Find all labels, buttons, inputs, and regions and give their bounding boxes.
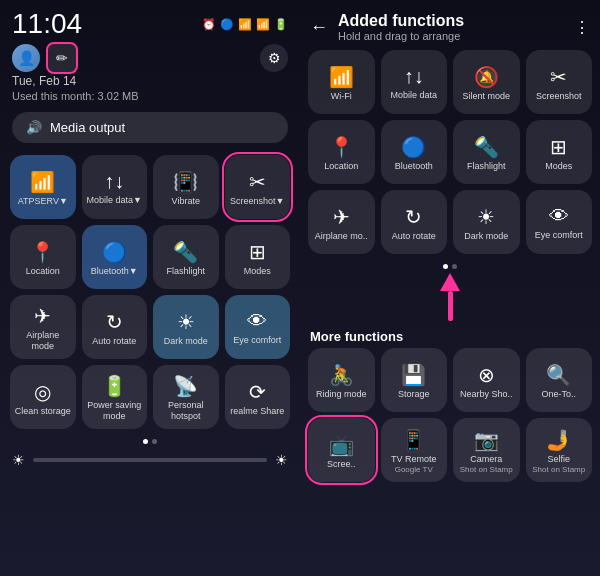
tile-location[interactable]: 📍 Location	[10, 225, 76, 289]
tile-screenshot[interactable]: ✂ Screenshot▼	[225, 155, 291, 219]
media-output-label: Media output	[50, 120, 125, 135]
tile-hotspot[interactable]: 📡 Personal hotspot	[153, 365, 219, 429]
right-tile-silent[interactable]: 🔕 Silent mode	[453, 50, 520, 114]
settings-icon[interactable]: ⚙	[260, 44, 288, 72]
airplane-icon: ✈	[34, 304, 51, 328]
edit-button[interactable]: ✏	[48, 44, 76, 72]
more-tile-tvremote[interactable]: 📱 TV Remote Google TV	[381, 418, 448, 482]
pink-arrow	[440, 273, 460, 321]
more-tvremote-label: TV Remote	[391, 454, 437, 465]
autorotate-icon: ↻	[106, 310, 123, 334]
right-tile-location[interactable]: 📍 Location	[308, 120, 375, 184]
back-button[interactable]: ←	[310, 17, 328, 38]
right-page-indicator	[300, 264, 600, 269]
right-tile-wifi[interactable]: 📶 Wi-Fi	[308, 50, 375, 114]
tile-vibrate-label: Vibrate	[172, 196, 200, 207]
right-location-icon: 📍	[329, 135, 354, 159]
tile-bluetooth-label: Bluetooth▼	[91, 266, 138, 277]
riding-mode-icon: 🚴	[329, 363, 354, 387]
pink-arrow-container	[300, 273, 600, 323]
more-tile-nearby[interactable]: ⊗ Nearby Sho..	[453, 348, 520, 412]
right-title-block: Added functions Hold and drag to arrange	[338, 12, 564, 42]
tile-realme-share[interactable]: ⟳ realme Share	[225, 365, 291, 429]
brightness-high-icon: ☀	[275, 452, 288, 468]
flashlight-icon: 🔦	[173, 240, 198, 264]
tile-eyecomfort[interactable]: 👁 Eye comfort	[225, 295, 291, 359]
brightness-bar[interactable]	[33, 458, 267, 462]
right-tile-bluetooth[interactable]: 🔵 Bluetooth	[381, 120, 448, 184]
right-bluetooth-label: Bluetooth	[395, 161, 433, 172]
right-tile-autorotate[interactable]: ↻ Auto rotate	[381, 190, 448, 254]
mobile-data-icon: ↑↓	[104, 170, 124, 193]
right-eyecomfort-icon: 👁	[549, 205, 569, 228]
right-airplane-icon: ✈	[333, 205, 350, 229]
right-screenshot-icon: ✂	[550, 65, 567, 89]
tile-hotspot-label: Personal hotspot	[157, 400, 215, 422]
darkmode-icon: ☀	[177, 310, 195, 334]
right-wifi-icon: 📶	[329, 65, 354, 89]
right-tile-flashlight[interactable]: 🔦 Flashlight	[453, 120, 520, 184]
right-panel-subtitle: Hold and drag to arrange	[338, 30, 564, 42]
more-tile-storage[interactable]: 💾 Storage	[381, 348, 448, 412]
quick-tiles-grid: 📶 ATPSERV▼ ↑↓ Mobile data▼ 📳 Vibrate ✂ S…	[0, 151, 300, 433]
right-modes-icon: ⊞	[550, 135, 567, 159]
left-panel: 11:04 ⏰ 🔵 📶 📶 🔋 👤 ✏ ⚙ Tue, Feb 14 Used t…	[0, 0, 300, 576]
brightness-control[interactable]: ☀ ☀	[0, 448, 300, 472]
tile-clean-storage[interactable]: ◎ Clean storage	[10, 365, 76, 429]
more-selfie-sublabel: Shot on Stamp	[532, 465, 585, 474]
wifi-status-icon: 📶	[238, 18, 252, 31]
right-eyecomfort-label: Eye comfort	[535, 230, 583, 241]
right-panel-title: Added functions	[338, 12, 564, 30]
right-dot-1	[443, 264, 448, 269]
right-tile-darkmode[interactable]: ☀ Dark mode	[453, 190, 520, 254]
right-autorotate-icon: ↻	[405, 205, 422, 229]
more-options-icon[interactable]: ⋮	[574, 18, 590, 37]
tvremote-icon: 📱	[401, 428, 426, 452]
more-storage-label: Storage	[398, 389, 430, 400]
more-tile-camera[interactable]: 📷 Camera Shot on Stamp	[453, 418, 520, 482]
more-tile-screen[interactable]: 📺 Scree..	[308, 418, 375, 482]
time-display: 11:04	[12, 8, 82, 40]
right-tile-eyecomfort[interactable]: 👁 Eye comfort	[526, 190, 593, 254]
right-tile-screenshot[interactable]: ✂ Screenshot	[526, 50, 593, 114]
more-tile-selfie[interactable]: 🤳 Selfie Shot on Stamp	[526, 418, 593, 482]
media-output-button[interactable]: 🔊 Media output	[12, 112, 288, 143]
realme-share-icon: ⟳	[249, 380, 266, 404]
right-darkmode-icon: ☀	[477, 205, 495, 229]
arrow-line-icon	[448, 291, 453, 321]
more-functions-grid: 🚴 Riding mode 💾 Storage ⊗ Nearby Sho.. 🔍…	[300, 346, 600, 486]
tile-bluetooth[interactable]: 🔵 Bluetooth▼	[82, 225, 148, 289]
more-tile-riding[interactable]: 🚴 Riding mode	[308, 348, 375, 412]
modes-icon: ⊞	[249, 240, 266, 264]
tile-modes[interactable]: ⊞ Modes	[225, 225, 291, 289]
right-panel: ← Added functions Hold and drag to arran…	[300, 0, 600, 576]
tile-location-label: Location	[26, 266, 60, 277]
nearby-icon: ⊗	[478, 363, 495, 387]
tile-airplane[interactable]: ✈ Airplane mode	[10, 295, 76, 359]
tile-autorotate-label: Auto rotate	[92, 336, 136, 347]
bluetooth-tile-icon: 🔵	[102, 240, 127, 264]
tile-mobile-data[interactable]: ↑↓ Mobile data▼	[82, 155, 148, 219]
tile-flashlight[interactable]: 🔦 Flashlight	[153, 225, 219, 289]
right-tile-airplane[interactable]: ✈ Airplane mo..	[308, 190, 375, 254]
media-output-icon: 🔊	[26, 120, 42, 135]
right-wifi-label: Wi-Fi	[331, 91, 352, 102]
tile-darkmode[interactable]: ☀ Dark mode	[153, 295, 219, 359]
tile-power-saving[interactable]: 🔋 Power saving mode	[82, 365, 148, 429]
right-tile-mobiledata[interactable]: ↑↓ Mobile data	[381, 50, 448, 114]
added-functions-grid: 📶 Wi-Fi ↑↓ Mobile data 🔕 Silent mode ✂ S…	[300, 46, 600, 258]
more-tile-onetop[interactable]: 🔍 One-To..	[526, 348, 593, 412]
tile-atpserv[interactable]: 📶 ATPSERV▼	[10, 155, 76, 219]
power-saving-icon: 🔋	[102, 374, 127, 398]
right-header: ← Added functions Hold and drag to arran…	[300, 0, 600, 46]
tile-screenshot-label: Screenshot▼	[230, 196, 284, 207]
tile-eyecomfort-label: Eye comfort	[233, 335, 281, 346]
tile-vibrate[interactable]: 📳 Vibrate	[153, 155, 219, 219]
tile-flashlight-label: Flashlight	[166, 266, 205, 277]
right-silent-icon: 🔕	[474, 65, 499, 89]
camera-icon: 📷	[474, 428, 499, 452]
wifi-tile-icon: 📶	[30, 170, 55, 194]
more-camera-sublabel: Shot on Stamp	[460, 465, 513, 474]
right-tile-modes[interactable]: ⊞ Modes	[526, 120, 593, 184]
tile-autorotate[interactable]: ↻ Auto rotate	[82, 295, 148, 359]
